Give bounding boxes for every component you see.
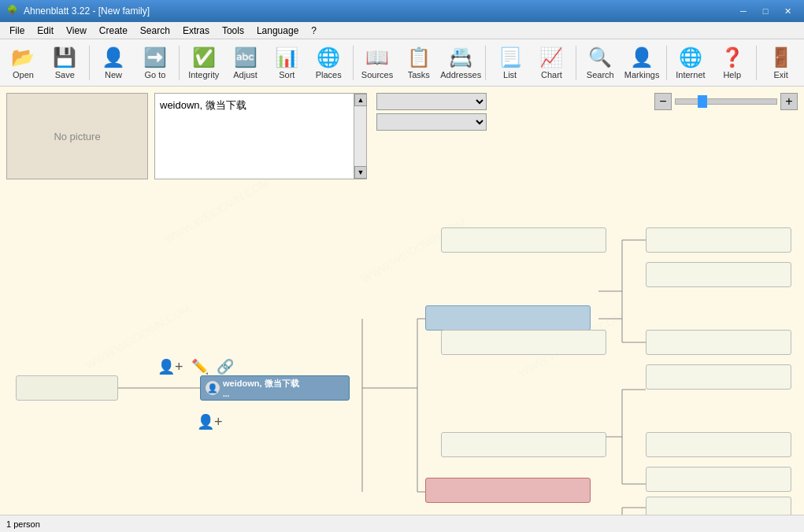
- info-scrollbar[interactable]: ▲ ▼: [354, 94, 366, 179]
- adjust-button[interactable]: 🔤 Adjust: [225, 42, 265, 84]
- markings-icon: 👤: [630, 46, 654, 68]
- help-label: Help: [723, 70, 741, 79]
- open-button[interactable]: 📂 Open: [3, 42, 43, 84]
- menu-edit[interactable]: Edit: [31, 24, 60, 38]
- gg-node-3[interactable]: [646, 364, 791, 390]
- mat-grandfather-node[interactable]: [441, 432, 606, 457]
- add-child-icon[interactable]: 👤+: [197, 414, 223, 430]
- father-node[interactable]: [425, 305, 591, 331]
- help-button[interactable]: ❓ Help: [712, 42, 752, 84]
- integrity-icon: ✅: [192, 46, 216, 68]
- markings-label: Markings: [624, 70, 660, 79]
- integrity-button[interactable]: ✅ Integrity: [183, 42, 224, 84]
- person-name-box[interactable]: weidown, 微当下载 ▲ ▼: [154, 93, 367, 179]
- menu-tools[interactable]: Tools: [216, 24, 250, 38]
- gg-node-1[interactable]: [646, 262, 791, 287]
- gg-node-2[interactable]: [646, 330, 791, 355]
- new-button[interactable]: 👤 New: [94, 42, 134, 84]
- sources-button[interactable]: 📖 Sources: [358, 42, 398, 84]
- sort-icon: 📊: [275, 46, 298, 68]
- status-text: 1 person: [6, 519, 40, 529]
- places-label: Places: [316, 70, 342, 79]
- scroll-up-btn[interactable]: ▲: [354, 94, 367, 106]
- title-bar: 🌳 Ahnenblatt 3.22 - [New family] ─ □ ✕: [0, 0, 804, 22]
- menu-search[interactable]: Search: [134, 24, 176, 38]
- title-bar-text: Ahnenblatt 3.22 - [New family]: [24, 6, 733, 17]
- sources-label: Sources: [361, 70, 393, 79]
- maximize-button[interactable]: □: [755, 4, 776, 18]
- main-content: WWW.WEIDOWN.COM WWW.WEIDOWN.COM WWW.WEID…: [0, 87, 804, 532]
- toolbar-sep-3: [353, 46, 354, 80]
- pat-grandmother-node[interactable]: [441, 330, 606, 355]
- markings-button[interactable]: 👤 Markings: [622, 42, 662, 84]
- no-picture-label: No picture: [54, 131, 100, 142]
- gg-node-0[interactable]: [646, 227, 791, 253]
- open-label: Open: [13, 70, 34, 79]
- link-icon[interactable]: 🔗: [217, 358, 234, 375]
- menu-language[interactable]: Language: [250, 24, 305, 38]
- picture-box: No picture: [6, 93, 148, 179]
- tasks-label: Tasks: [408, 70, 430, 79]
- exit-label: Exit: [773, 70, 787, 79]
- save-icon: 💾: [53, 46, 76, 68]
- zoom-slider[interactable]: [675, 98, 777, 105]
- chart-button[interactable]: 📈 Chart: [532, 42, 572, 84]
- chart-label: Chart: [541, 70, 562, 79]
- exit-button[interactable]: 🚪 Exit: [761, 42, 801, 84]
- search-button[interactable]: 🔍 Search: [580, 42, 621, 84]
- addresses-label: Addresses: [440, 70, 481, 79]
- adjust-label: Adjust: [233, 70, 258, 79]
- pat-grandfather-node[interactable]: [441, 227, 606, 253]
- goto-icon: ➡️: [143, 46, 167, 68]
- places-button[interactable]: 🌐 Places: [309, 42, 349, 84]
- save-button[interactable]: 💾 Save: [45, 42, 85, 84]
- list-button[interactable]: 📃 List: [490, 42, 530, 84]
- sources-icon: 📖: [365, 46, 389, 68]
- mother-node[interactable]: [425, 478, 591, 503]
- minimize-button[interactable]: ─: [733, 4, 754, 18]
- sort-label: Sort: [279, 70, 295, 79]
- tasks-button[interactable]: 📋 Tasks: [398, 42, 439, 84]
- search-icon: 🔍: [588, 46, 612, 68]
- person-name-text: weidown, 微当下载: [160, 98, 361, 113]
- goto-button[interactable]: ➡️ Go to: [135, 42, 175, 84]
- addresses-icon: 📇: [449, 46, 472, 68]
- menu-view[interactable]: View: [60, 24, 93, 38]
- add-person-icon[interactable]: 👤+: [157, 358, 183, 375]
- places-icon: 🌐: [317, 46, 340, 68]
- open-icon: 📂: [11, 46, 35, 68]
- zoom-out-button[interactable]: −: [654, 93, 672, 110]
- add-child-icon-group: 👤+: [197, 413, 223, 430]
- scroll-down-btn[interactable]: ▼: [354, 166, 367, 179]
- internet-icon: 🌐: [679, 46, 702, 68]
- menu-file[interactable]: File: [3, 24, 31, 38]
- list-label: List: [503, 70, 517, 79]
- spouse-node[interactable]: [16, 375, 118, 401]
- status-bar: 1 person: [0, 515, 804, 532]
- search-label: Search: [587, 70, 614, 79]
- zoom-handle[interactable]: [698, 95, 707, 108]
- person-info-box: weidown, 微当下载 ▲ ▼: [154, 93, 367, 179]
- addresses-button[interactable]: 📇 Addresses: [440, 42, 481, 84]
- toolbar-sep-5: [576, 46, 576, 80]
- goto-label: Go to: [144, 70, 165, 79]
- gg-node-4[interactable]: [646, 432, 791, 457]
- menu-extras[interactable]: Extras: [176, 24, 216, 38]
- sort-button[interactable]: 📊 Sort: [267, 42, 307, 84]
- menu-help-q[interactable]: ?: [305, 24, 323, 38]
- dropdown-2[interactable]: [376, 113, 487, 131]
- dropdown-1[interactable]: [376, 93, 487, 110]
- pedigree-chart[interactable]: 👤 weidown, 微当下载 ... 👤+ ✏️ 🔗 👤+: [0, 193, 804, 515]
- selected-person-node[interactable]: 👤 weidown, 微当下载 ...: [200, 375, 350, 401]
- new-label: New: [105, 70, 122, 79]
- list-icon: 📃: [498, 46, 522, 68]
- internet-button[interactable]: 🌐 Internet: [671, 42, 711, 84]
- close-button[interactable]: ✕: [777, 4, 798, 18]
- menu-create[interactable]: Create: [93, 24, 134, 38]
- edit-icon[interactable]: ✏️: [191, 358, 209, 375]
- zoom-in-button[interactable]: +: [780, 93, 798, 110]
- dropdowns-panel: [376, 93, 487, 179]
- gg-node-5[interactable]: [646, 467, 791, 492]
- selected-person-name: weidown, 微当下载 ...: [223, 378, 299, 398]
- new-icon: 👤: [102, 46, 125, 68]
